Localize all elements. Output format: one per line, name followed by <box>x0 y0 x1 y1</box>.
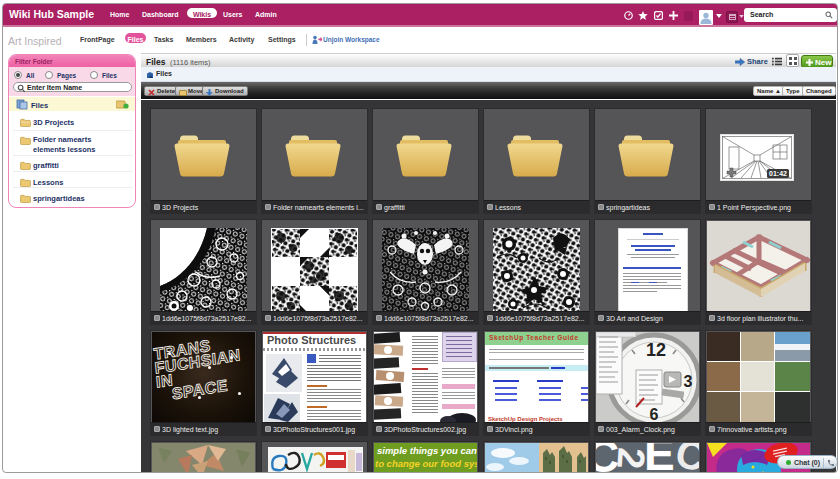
svg-text:3: 3 <box>684 373 693 390</box>
svg-text:12: 12 <box>646 340 666 360</box>
svg-text:01:42: 01:42 <box>769 170 787 177</box>
svg-text:6: 6 <box>650 406 659 423</box>
